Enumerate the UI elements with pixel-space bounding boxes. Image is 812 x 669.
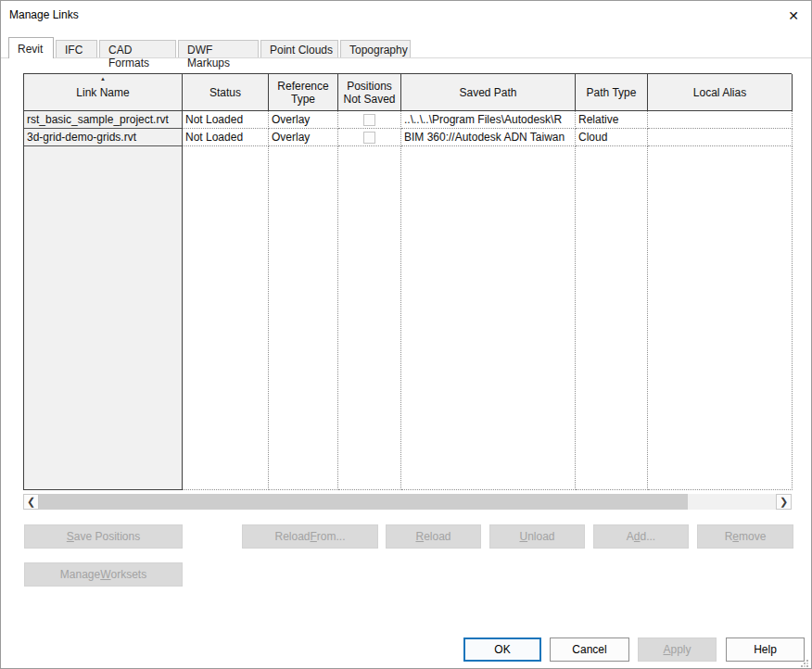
tab-dwf-markups[interactable]: DWF Markups <box>178 40 259 58</box>
cell-saved-path: BIM 360://Autodesk ADN Taiwan <box>401 129 576 146</box>
table-row[interactable]: rst_basic_sample_project.rvt Not Loaded … <box>24 111 792 129</box>
cell-reference-type[interactable]: Overlay <box>269 111 338 129</box>
cell-status: Not Loaded <box>183 111 269 129</box>
cell-saved-path: ..\..\..\Program Files\Autodesk\R <box>401 111 576 129</box>
unload-button[interactable]: Unload <box>489 524 585 549</box>
table-header-row: ▲ Link Name Status Reference Type Positi… <box>24 74 792 111</box>
ok-button[interactable]: OK <box>463 637 541 662</box>
cell-path-type[interactable]: Relative <box>576 111 648 129</box>
add-button[interactable]: Add... <box>593 524 689 549</box>
column-header-local-alias[interactable]: Local Alias <box>648 74 793 111</box>
column-header-positions-not-saved[interactable]: Positions Not Saved <box>338 74 401 111</box>
tab-strip: Revit IFC CAD Formats DWF Markups Point … <box>8 37 412 58</box>
cell-link-name[interactable]: 3d-grid-demo-grids.rvt <box>24 129 183 146</box>
resize-grip[interactable] <box>798 655 809 666</box>
tab-ifc[interactable]: IFC <box>56 40 97 58</box>
tab-revit[interactable]: Revit <box>8 37 54 58</box>
scroll-left-icon[interactable]: ❮ <box>23 494 39 510</box>
scrollbar-track[interactable] <box>39 494 776 510</box>
cancel-button[interactable]: Cancel <box>550 637 629 662</box>
column-header-status[interactable]: Status <box>183 74 269 111</box>
manage-links-dialog: Manage Links ✕ Revit IFC CAD Formats DWF… <box>0 0 812 669</box>
manage-worksets-button[interactable]: Manage Worksets <box>24 562 183 587</box>
cell-status: Not Loaded <box>183 129 269 146</box>
reload-button[interactable]: Reload <box>386 524 481 549</box>
scrollbar-thumb[interactable] <box>39 494 688 510</box>
cell-link-name[interactable]: rst_basic_sample_project.rvt <box>24 111 183 129</box>
save-positions-button[interactable]: Save Positions <box>24 524 183 549</box>
cell-positions-not-saved <box>338 111 401 129</box>
positions-not-saved-checkbox[interactable] <box>363 132 375 144</box>
remove-button[interactable]: Remove <box>697 524 793 549</box>
column-header-link-name[interactable]: ▲ Link Name <box>24 74 183 111</box>
close-icon[interactable]: ✕ <box>783 6 804 26</box>
tab-topography[interactable]: Topography <box>340 40 411 58</box>
links-table: ▲ Link Name Status Reference Type Positi… <box>23 73 792 490</box>
reload-from-button[interactable]: Reload From... <box>242 524 378 549</box>
title-bar: Manage Links ✕ <box>1 1 811 31</box>
resize-grip-dots <box>798 657 809 668</box>
help-button[interactable]: Help <box>726 637 805 662</box>
sort-ascending-icon: ▲ <box>24 76 182 82</box>
tab-point-clouds[interactable]: Point Clouds <box>260 40 338 58</box>
cell-local-alias <box>648 111 793 129</box>
column-header-saved-path[interactable]: Saved Path <box>401 74 576 111</box>
cell-local-alias <box>648 129 793 146</box>
horizontal-scrollbar[interactable]: ❮ ❯ <box>23 494 792 510</box>
table-row[interactable]: 3d-grid-demo-grids.rvt Not Loaded Overla… <box>24 129 792 146</box>
table-empty-area <box>24 146 792 490</box>
column-header-label: Link Name <box>76 86 129 99</box>
column-header-path-type[interactable]: Path Type <box>576 74 648 111</box>
column-header-reference-type[interactable]: Reference Type <box>269 74 338 111</box>
apply-button[interactable]: Apply <box>638 637 717 662</box>
scroll-right-icon[interactable]: ❯ <box>776 494 792 510</box>
cell-path-type[interactable]: Cloud <box>576 129 648 146</box>
cell-positions-not-saved <box>338 129 401 146</box>
tab-cad-formats[interactable]: CAD Formats <box>99 40 176 58</box>
tab-strip-underline <box>1 57 811 58</box>
positions-not-saved-checkbox[interactable] <box>363 114 375 126</box>
page-title: Manage Links <box>9 8 79 21</box>
cell-reference-type[interactable]: Overlay <box>269 129 338 146</box>
